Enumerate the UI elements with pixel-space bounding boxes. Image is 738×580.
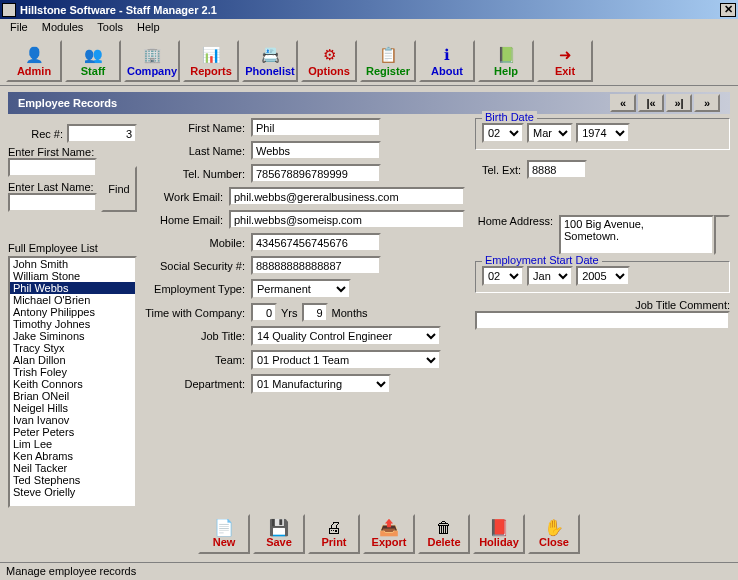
toolbar-register-button[interactable]: 📋Register xyxy=(360,40,416,82)
toolbar-exit-button[interactable]: ➜Exit xyxy=(537,40,593,82)
tel-label: Tel. Number: xyxy=(145,168,245,180)
list-item[interactable]: Alan Dillon xyxy=(10,354,135,366)
home-email-input[interactable] xyxy=(229,210,465,229)
record-nav: «|«»|» xyxy=(610,94,720,112)
list-item[interactable]: Trish Foley xyxy=(10,366,135,378)
admin-icon: 👤 xyxy=(25,46,43,64)
action-export-button[interactable]: 📤Export xyxy=(363,514,415,554)
first-name-input[interactable] xyxy=(251,118,381,137)
list-label: Full Employee List xyxy=(8,242,137,254)
new-icon: 📄 xyxy=(214,520,234,536)
home-addr-textarea[interactable] xyxy=(559,215,714,255)
list-item[interactable]: Tracy Styx xyxy=(10,342,135,354)
mobile-input[interactable] xyxy=(251,233,381,252)
action-new-button[interactable]: 📄New xyxy=(198,514,250,554)
list-item[interactable]: Ken Abrams xyxy=(10,450,135,462)
toolbar-reports-button[interactable]: 📊Reports xyxy=(183,40,239,82)
toolbar-admin-button[interactable]: 👤Admin xyxy=(6,40,62,82)
dept-select[interactable]: 01 Manufacturing xyxy=(251,374,391,394)
list-item[interactable]: Brian ONeil xyxy=(10,390,135,402)
toolbar-staff-button[interactable]: 👥Staff xyxy=(65,40,121,82)
employee-listbox[interactable]: John SmithWilliam StonePhil WebbsMichael… xyxy=(8,256,137,508)
job-comment-input[interactable] xyxy=(475,311,730,330)
enter-last-input[interactable] xyxy=(8,193,97,212)
start-day-select[interactable]: 02 xyxy=(482,266,524,286)
action-delete-button[interactable]: 🗑Delete xyxy=(418,514,470,554)
status-text: Manage employee records xyxy=(6,565,136,577)
birth-day-select[interactable]: 02 xyxy=(482,123,524,143)
mobile-label: Mobile: xyxy=(145,237,245,249)
section-header: Employee Records «|«»|» xyxy=(8,92,730,114)
close-window-button[interactable]: ✕ xyxy=(720,3,736,17)
list-item[interactable]: Antony Philippes xyxy=(10,306,135,318)
list-item[interactable]: Steve Orielly xyxy=(10,486,135,498)
emp-type-select[interactable]: Permanent xyxy=(251,279,351,299)
work-email-input[interactable] xyxy=(229,187,465,206)
nav-button-1[interactable]: |« xyxy=(638,94,664,112)
time-mon-input[interactable] xyxy=(302,303,328,322)
toolbar-company-button[interactable]: 🏢Company xyxy=(124,40,180,82)
job-title-select[interactable]: 14 Quality Control Engineer xyxy=(251,326,441,346)
list-item[interactable]: Ivan Ivanov xyxy=(10,414,135,426)
menu-modules[interactable]: Modules xyxy=(36,20,90,36)
register-icon: 📋 xyxy=(379,46,397,64)
list-item[interactable]: Neigel Hills xyxy=(10,402,135,414)
enter-first-input[interactable] xyxy=(8,158,97,177)
birth-date-fieldset: Birth Date 02 Mar 1974 xyxy=(475,118,730,150)
export-icon: 📤 xyxy=(379,520,399,536)
last-name-input[interactable] xyxy=(251,141,381,160)
scrollbar[interactable] xyxy=(714,215,730,255)
nav-button-0[interactable]: « xyxy=(610,94,636,112)
birth-year-select[interactable]: 1974 xyxy=(576,123,630,143)
menu-file[interactable]: File xyxy=(4,20,34,36)
main-toolbar: 👤Admin👥Staff🏢Company📊Reports📇Phonelist⚙O… xyxy=(0,37,738,86)
list-item[interactable]: Keith Connors xyxy=(10,378,135,390)
close-icon: ✋ xyxy=(544,520,564,536)
reports-icon: 📊 xyxy=(202,46,220,64)
team-select[interactable]: 01 Product 1 Team xyxy=(251,350,441,370)
tel-ext-label: Tel. Ext: xyxy=(475,164,521,176)
menu-tools[interactable]: Tools xyxy=(91,20,129,36)
list-item[interactable]: Jake Siminons xyxy=(10,330,135,342)
toolbar-help-button[interactable]: 📗Help xyxy=(478,40,534,82)
work-email-label: Work Email: xyxy=(145,191,223,203)
start-year-select[interactable]: 2005 xyxy=(576,266,630,286)
nav-button-2[interactable]: »| xyxy=(666,94,692,112)
action-bar: 📄New💾Save🖨Print📤Export🗑Delete📕Holiday✋Cl… xyxy=(198,514,730,554)
list-item[interactable]: Neil Tacker xyxy=(10,462,135,474)
ssn-input[interactable] xyxy=(251,256,381,275)
toolbar-phonelist-button[interactable]: 📇Phonelist xyxy=(242,40,298,82)
delete-icon: 🗑 xyxy=(436,520,452,536)
action-close-button[interactable]: ✋Close xyxy=(528,514,580,554)
time-yrs-input[interactable] xyxy=(251,303,277,322)
action-holiday-button[interactable]: 📕Holiday xyxy=(473,514,525,554)
list-item[interactable]: Michael O'Brien xyxy=(10,294,135,306)
ssn-label: Social Security #: xyxy=(145,260,245,272)
list-item[interactable]: Phil Webbs xyxy=(10,282,135,294)
start-mon-select[interactable]: Jan xyxy=(527,266,573,286)
exit-icon: ➜ xyxy=(556,46,574,64)
list-item[interactable]: Lim Lee xyxy=(10,438,135,450)
nav-button-3[interactable]: » xyxy=(694,94,720,112)
window-title: Hillstone Software - Staff Manager 2.1 xyxy=(20,4,217,16)
toolbar-about-button[interactable]: ℹAbout xyxy=(419,40,475,82)
enter-last-label: Enter Last Name: xyxy=(8,181,97,193)
tel-input[interactable] xyxy=(251,164,381,183)
list-item[interactable]: Timothy Johnes xyxy=(10,318,135,330)
menu-help[interactable]: Help xyxy=(131,20,166,36)
rec-input[interactable] xyxy=(67,124,137,143)
action-save-button[interactable]: 💾Save xyxy=(253,514,305,554)
list-item[interactable]: John Smith xyxy=(10,258,135,270)
status-bar: Manage employee records xyxy=(0,562,738,580)
list-item[interactable]: Peter Peters xyxy=(10,426,135,438)
list-item[interactable]: William Stone xyxy=(10,270,135,282)
find-button[interactable]: Find xyxy=(101,166,137,212)
list-item[interactable]: Ted Stephens xyxy=(10,474,135,486)
app-icon xyxy=(2,3,16,17)
phonelist-icon: 📇 xyxy=(261,46,279,64)
toolbar-options-button[interactable]: ⚙Options xyxy=(301,40,357,82)
birth-mon-select[interactable]: Mar xyxy=(527,123,573,143)
tel-ext-input[interactable] xyxy=(527,160,587,179)
rec-label: Rec #: xyxy=(31,128,63,140)
action-print-button[interactable]: 🖨Print xyxy=(308,514,360,554)
